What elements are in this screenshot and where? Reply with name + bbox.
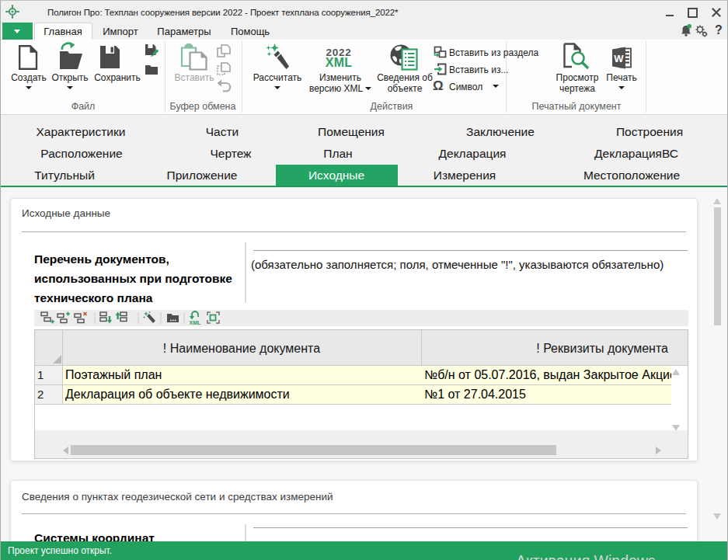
svg-text:W: W	[614, 53, 624, 64]
svg-text:XML: XML	[190, 320, 202, 325]
